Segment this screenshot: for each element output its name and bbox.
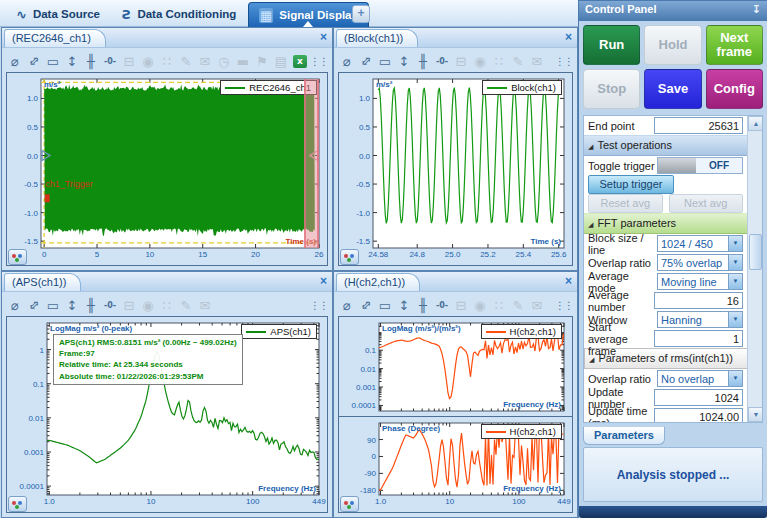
scrollbar[interactable]: ▲ ▼: [747, 116, 762, 422]
close-icon[interactable]: ×: [320, 30, 327, 44]
legend[interactable]: Block(ch1): [482, 80, 562, 95]
start-average-frame-input[interactable]: 1: [654, 330, 743, 347]
marker-icon[interactable]: ◉: [139, 52, 157, 71]
legend[interactable]: H(ch2,ch1): [481, 324, 562, 339]
tab-data-source[interactable]: ∿ Data Source: [6, 2, 110, 26]
erase-icon[interactable]: ✎: [509, 296, 527, 315]
ruler-icon[interactable]: ▬: [234, 52, 252, 71]
close-icon[interactable]: ×: [565, 30, 572, 44]
palette-icon[interactable]: [340, 249, 359, 265]
more-options-icon[interactable]: ⋮⋮: [555, 296, 573, 315]
close-icon[interactable]: ×: [320, 274, 327, 288]
chevron-down-icon[interactable]: ▼: [728, 255, 742, 270]
add-tab-button[interactable]: +: [352, 5, 370, 23]
panel-tab[interactable]: (REC2646_ch1): [4, 29, 106, 47]
close-icon[interactable]: ×: [565, 274, 572, 288]
erase-icon[interactable]: ✎: [177, 52, 195, 71]
sliders-icon[interactable]: ╫: [414, 52, 432, 71]
more-options-icon[interactable]: ⋮⋮: [310, 52, 328, 71]
frf-magnitude-chart[interactable]: 0.10.010.0010.0001LogMag (m/s²)/(m/s²)Fr…: [338, 316, 573, 418]
marker-icon[interactable]: ◉: [471, 296, 489, 315]
scroll-down-icon[interactable]: ▼: [748, 407, 763, 422]
average-mode-dropdown[interactable]: Moving line▼: [657, 273, 743, 290]
update-time-ms-input[interactable]: 1024.00: [654, 408, 743, 423]
legend[interactable]: APS(ch1): [241, 324, 317, 339]
erase-icon[interactable]: ✎: [177, 296, 195, 315]
save-button[interactable]: Save: [644, 69, 701, 109]
tab-signal-display[interactable]: ▦ Signal Display: [248, 2, 369, 27]
section-parameters-of-rms-int-ch1[interactable]: ◢Parameters of rms(int(ch1)): [584, 348, 751, 369]
panel-tab[interactable]: (H(ch2,ch1)): [336, 273, 420, 291]
panel-tab[interactable]: (Block(ch1)): [336, 29, 418, 47]
excel-export-icon[interactable]: x: [293, 55, 307, 68]
cursor-icon[interactable]: ↕: [395, 52, 413, 71]
config-button[interactable]: Config: [706, 69, 763, 109]
comment-icon[interactable]: ✉: [196, 52, 214, 71]
annotation-box[interactable]: APS(ch1) RMS:0.8151 m/s² (0.00Hz ~ 499.0…: [53, 334, 243, 385]
legend[interactable]: H(ch2,ch1): [481, 424, 562, 439]
palette-icon[interactable]: [8, 249, 27, 265]
axis-zero-icon[interactable]: -0-: [433, 296, 451, 315]
average-number-input[interactable]: 16: [654, 292, 743, 309]
tab-data-conditioning[interactable]: Ƨ Data Conditioning: [112, 2, 246, 26]
next-frame-button[interactable]: Next frame: [706, 25, 763, 65]
palette-icon[interactable]: [340, 496, 359, 512]
end-point-input[interactable]: 25631: [654, 117, 743, 134]
chevron-down-icon[interactable]: ▼: [728, 236, 742, 251]
comment-icon[interactable]: ✉: [528, 52, 546, 71]
sliders-icon[interactable]: ╫: [82, 296, 100, 315]
pin-icon[interactable]: ↧: [752, 3, 761, 16]
more-options-icon[interactable]: ⋮⋮: [555, 52, 573, 71]
next-avg-button[interactable]: Next avg: [669, 194, 744, 213]
erase-icon[interactable]: ✎: [509, 52, 527, 71]
rec-waveform-chart[interactable]: 05101520261.00.50.0-0.5-1.0-1.5ch1_Trigg…: [6, 72, 328, 266]
more-options-icon[interactable]: ⋮⋮: [310, 296, 328, 315]
run-button[interactable]: Run: [583, 25, 640, 65]
chevron-down-icon[interactable]: ▼: [728, 371, 742, 386]
scroll-up-icon[interactable]: ▲: [748, 116, 763, 131]
update-number-input[interactable]: 1024: [654, 389, 743, 406]
window-dropdown[interactable]: Hanning▼: [657, 311, 743, 328]
overlap-ratio-dropdown[interactable]: No overlap▼: [657, 370, 743, 387]
scatter-icon[interactable]: ∷: [158, 296, 176, 315]
setup-trigger-button[interactable]: Setup trigger: [588, 175, 674, 194]
reset-avg-button[interactable]: Reset avg: [588, 194, 663, 213]
delete-icon[interactable]: ⊟: [452, 296, 470, 315]
clock-icon[interactable]: ◷: [215, 52, 233, 71]
tab-parameters[interactable]: Parameters: [583, 427, 665, 445]
axis-zero-icon[interactable]: -0-: [101, 296, 119, 315]
cursor-icon[interactable]: ↕: [63, 52, 81, 71]
block-waveform-chart[interactable]: 24.5824.825.025.225.425.61.00.50.0-0.5-1…: [338, 72, 573, 266]
stop-button[interactable]: Stop: [583, 69, 640, 109]
legend[interactable]: REC2646_ch1: [220, 80, 317, 95]
panel-tab[interactable]: (APS(ch1)): [4, 273, 81, 291]
scroll-thumb[interactable]: [749, 234, 762, 270]
section-test-operations[interactable]: ◢Test operations: [584, 135, 751, 156]
delete-icon[interactable]: ⊟: [452, 52, 470, 71]
block-size-line-dropdown[interactable]: 1024 / 450▼: [657, 235, 743, 252]
sliders-icon[interactable]: ╫: [82, 52, 100, 71]
delete-icon[interactable]: ⊟: [120, 296, 138, 315]
delete-icon[interactable]: ⊟: [120, 52, 138, 71]
toggle-knob[interactable]: [658, 158, 696, 173]
comment-icon[interactable]: ✉: [528, 296, 546, 315]
overlap-ratio-dropdown[interactable]: 75% overlap▼: [657, 254, 743, 271]
chevron-down-icon[interactable]: ▼: [728, 274, 742, 289]
palette-icon[interactable]: [8, 496, 27, 512]
hold-button[interactable]: Hold: [644, 25, 701, 65]
sliders-icon[interactable]: ╫: [414, 296, 432, 315]
flag-icon[interactable]: ⚑: [253, 52, 271, 71]
cursor-icon[interactable]: ↕: [395, 296, 413, 315]
scatter-icon[interactable]: ∷: [490, 52, 508, 71]
frf-phase-chart[interactable]: 1.010100449900-90-180Phase (Degree)Frequ…: [338, 416, 573, 513]
marker-icon[interactable]: ◉: [139, 296, 157, 315]
scatter-icon[interactable]: ∷: [158, 52, 176, 71]
aps-spectrum-chart[interactable]: 1.01010044910.10.010.0010.0001LogMag m/s…: [6, 316, 328, 513]
trigger-toggle[interactable]: OFF: [657, 157, 743, 174]
comment-icon[interactable]: ✉: [196, 296, 214, 315]
scatter-icon[interactable]: ∷: [490, 296, 508, 315]
axis-zero-icon[interactable]: -0-: [433, 52, 451, 71]
cursor-icon[interactable]: ↕: [63, 296, 81, 315]
note-icon[interactable]: ▤: [272, 52, 290, 71]
chevron-down-icon[interactable]: ▼: [728, 312, 742, 327]
